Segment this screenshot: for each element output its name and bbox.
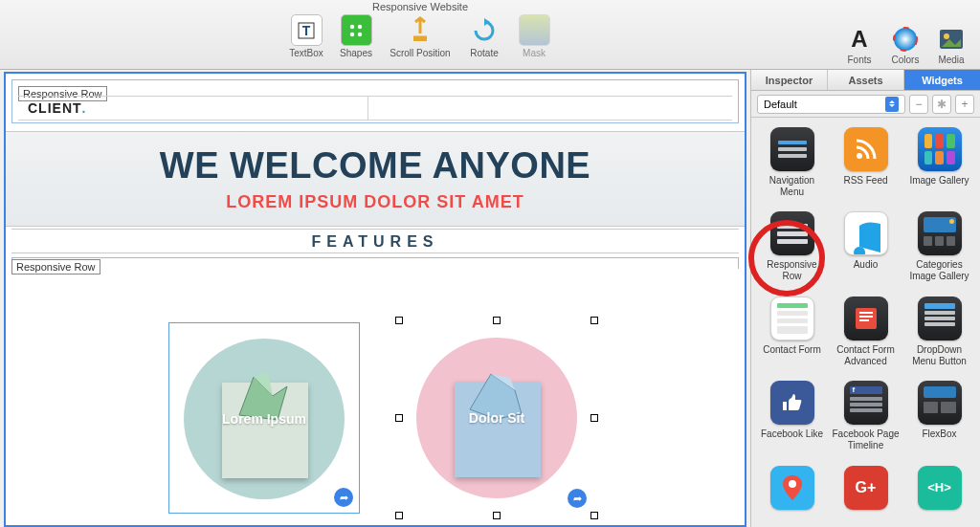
svg-point-21 <box>789 480 796 488</box>
widget-flexbox[interactable]: FlexBox <box>902 381 976 459</box>
tool-mask[interactable]: Mask <box>512 14 556 58</box>
textbox-icon: T <box>291 14 323 46</box>
share-icon[interactable]: ➦ <box>568 489 587 508</box>
widget-contact-form-adv[interactable]: Contact Form Advanced <box>829 296 902 375</box>
fonts-icon: A <box>846 26 873 53</box>
widget-audio[interactable]: Audio <box>829 211 902 290</box>
colors-button[interactable]: Colors <box>886 26 924 65</box>
remove-button[interactable]: − <box>909 95 928 114</box>
card-dolor[interactable]: Dolor Sit ➦ <box>401 322 592 514</box>
tool-shapes[interactable]: Shapes <box>334 14 378 58</box>
audio-icon <box>844 211 888 255</box>
shapes-icon <box>341 14 372 46</box>
features-label: FEATURES <box>311 233 438 250</box>
colors-icon <box>892 26 919 53</box>
widget-facebook-timeline[interactable]: fFacebook Page Timeline <box>829 381 902 459</box>
chevron-updown-icon <box>885 97 899 112</box>
responsive-row-tag-2: Responsive Row <box>11 259 100 274</box>
contact-form-icon <box>770 296 814 340</box>
features-bar[interactable]: FEATURES <box>11 229 739 253</box>
share-icon[interactable]: ➦ <box>334 488 353 507</box>
svg-point-3 <box>358 24 362 28</box>
brand: CLIENT. <box>18 97 368 120</box>
window-title: Responsive Website <box>372 1 468 12</box>
widget-categories-gallery[interactable]: Categories Image Gallery <box>902 211 976 290</box>
svg-point-2 <box>350 24 354 28</box>
app-toolbar: Responsive Website T TextBox Shapes Scro… <box>0 0 980 70</box>
tab-assets[interactable]: Assets <box>828 70 904 90</box>
add-button[interactable]: + <box>955 95 974 114</box>
svg-point-4 <box>350 32 354 35</box>
sidebar-tabs: Inspector Assets Widgets <box>751 70 980 91</box>
widget-more-2[interactable]: G+ <box>829 466 902 517</box>
widget-responsive-row[interactable]: Responsive Row <box>755 211 829 290</box>
categories-gallery-icon <box>918 211 962 255</box>
tab-inspector[interactable]: Inspector <box>751 70 828 90</box>
tool-scroll-position[interactable]: Scroll Position <box>384 14 457 58</box>
widget-facebook-like[interactable]: Facebook Like <box>755 381 829 459</box>
dropdown-menu-icon <box>918 296 962 340</box>
svg-rect-18 <box>859 312 873 314</box>
navigation-menu-icon <box>770 127 814 171</box>
widget-rss-feed[interactable]: RSS Feed <box>829 127 902 206</box>
map-pin-icon <box>770 466 814 510</box>
facebook-like-icon <box>770 381 814 425</box>
settings-button[interactable]: ✱ <box>932 95 951 114</box>
svg-text:T: T <box>302 23 311 38</box>
category-select[interactable]: Default <box>757 95 905 114</box>
header-row[interactable]: Responsive Row CLIENT. <box>11 79 739 123</box>
svg-point-11 <box>944 33 949 39</box>
hero-section[interactable]: WE WELCOME ANYONE LOREM IPSUM DOLOR SIT … <box>6 131 745 227</box>
svg-rect-6 <box>413 37 427 41</box>
html-icon: <H> <box>918 466 962 510</box>
toolbar-tools: T TextBox Shapes Scroll Position <box>284 14 556 58</box>
page-canvas[interactable]: Responsive Row CLIENT. WE WELCOME ANYONE… <box>4 72 746 527</box>
widget-grid[interactable]: Navigation Menu RSS Feed Image Gallery R… <box>751 118 980 527</box>
image-gallery-icon <box>918 127 962 171</box>
svg-rect-19 <box>859 316 873 318</box>
tool-rotate[interactable]: Rotate <box>462 14 506 58</box>
svg-point-16 <box>857 153 862 159</box>
cards-row: Lorem Ipsum ➦ Dolor Sit ➦ <box>6 322 745 525</box>
fonts-button[interactable]: A Fonts <box>840 26 879 65</box>
contact-form-adv-icon <box>844 296 888 340</box>
svg-point-5 <box>358 32 362 35</box>
media-button[interactable]: Media <box>932 26 970 65</box>
hero-subtitle: LOREM IPSUM DOLOR SIT AMET <box>226 192 523 212</box>
svg-rect-17 <box>856 308 877 329</box>
widget-dropdown-menu[interactable]: DropDown Menu Button <box>902 296 976 375</box>
tab-widgets[interactable]: Widgets <box>904 70 980 90</box>
facebook-timeline-icon: f <box>844 381 888 425</box>
svg-rect-20 <box>859 319 869 321</box>
widget-image-gallery[interactable]: Image Gallery <box>902 127 976 206</box>
flexbox-icon <box>918 381 962 425</box>
svg-point-8 <box>894 28 917 51</box>
tool-textbox[interactable]: T TextBox <box>284 14 328 58</box>
google-plus-icon: G+ <box>844 466 888 510</box>
media-icon <box>938 26 965 53</box>
card-lorem[interactable]: Lorem Ipsum ➦ <box>168 322 360 514</box>
widget-more-3[interactable]: <H> <box>902 466 976 517</box>
hero-title: WE WELCOME ANYONE <box>160 145 590 187</box>
widget-more-1[interactable] <box>755 466 829 517</box>
inspector-sidebar: Inspector Assets Widgets Default − ✱ + N… <box>750 70 980 527</box>
widget-navigation-menu[interactable]: Navigation Menu <box>755 127 829 206</box>
rss-icon <box>844 127 888 171</box>
scroll-position-icon <box>405 14 436 46</box>
rotate-icon <box>469 14 501 46</box>
canvas-area[interactable]: Responsive Row CLIENT. WE WELCOME ANYONE… <box>0 70 750 527</box>
mask-icon <box>519 14 550 46</box>
responsive-row-icon <box>770 211 814 255</box>
widget-contact-form[interactable]: Contact Form <box>755 296 829 375</box>
responsive-row-outline[interactable] <box>11 257 739 269</box>
